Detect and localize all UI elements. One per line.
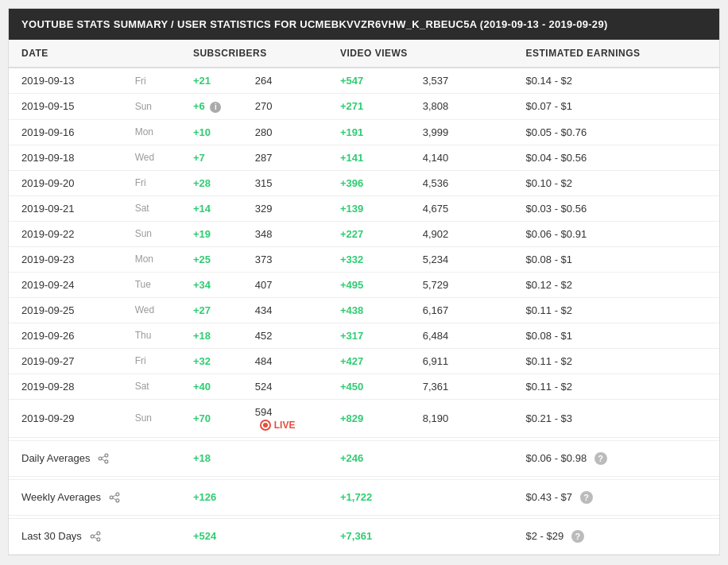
- summary-earnings: $2 - $29 ?: [513, 518, 720, 554]
- date-cell: 2019-09-21: [9, 195, 122, 221]
- earnings-cell: $0.11 - $2: [513, 373, 720, 399]
- views-delta-cell: +438: [327, 297, 410, 323]
- sub-delta-cell: +25: [180, 246, 242, 272]
- sub-total-cell: 348: [242, 221, 327, 246]
- views-total-cell: 5,234: [410, 246, 513, 272]
- views-delta-cell: +139: [327, 195, 410, 221]
- table-row: 2019-09-24 Tue +34 407 +495 5,729 $0.12 …: [9, 272, 719, 297]
- sub-delta-value: +28: [193, 177, 211, 189]
- views-total-cell: 6,167: [410, 297, 513, 323]
- date-cell: 2019-09-24: [9, 272, 122, 297]
- date-cell: 2019-09-23: [9, 246, 122, 272]
- col-header-date: DATE: [9, 40, 180, 68]
- col-header-video-views: VIDEO VIEWS: [327, 40, 513, 68]
- table-row: 2019-09-27 Fri +32 484 +427 6,911 $0.11 …: [9, 348, 719, 373]
- sub-delta-value: +32: [193, 355, 211, 367]
- date-cell: 2019-09-20: [9, 170, 122, 195]
- views-delta-cell: +191: [327, 119, 410, 145]
- table-row: 2019-09-13 Fri +21 264 +547 3,537 $0.14 …: [9, 68, 719, 94]
- sub-total-cell: 434: [242, 297, 327, 323]
- views-delta-cell: +396: [327, 170, 410, 195]
- summary-sub-value: +524: [193, 530, 216, 542]
- day-cell: Sun: [122, 399, 180, 437]
- views-delta-value: +495: [340, 279, 363, 291]
- sub-delta-cell: +70: [180, 399, 242, 437]
- date-cell: 2019-09-28: [9, 373, 122, 399]
- views-delta-value: +450: [340, 381, 363, 393]
- date-cell: 2019-09-25: [9, 297, 122, 323]
- svg-point-5: [116, 493, 119, 496]
- page-header: YOUTUBE STATS SUMMARY / USER STATISTICS …: [9, 9, 719, 40]
- stats-table: DATE SUBSCRIBERS VIDEO VIEWS ESTIMATED E…: [9, 40, 719, 555]
- views-total-cell: 4,536: [410, 170, 513, 195]
- sub-delta-value: +6: [193, 100, 205, 112]
- sub-delta-value: +14: [193, 203, 211, 215]
- views-delta-cell: +141: [327, 145, 410, 170]
- share-icon[interactable]: [109, 492, 120, 503]
- question-icon[interactable]: ?: [580, 491, 593, 504]
- live-badge: LIVE: [260, 420, 296, 431]
- summary-earnings: $0.43 - $7 ?: [513, 479, 720, 515]
- summary-sub-delta: +524: [180, 518, 327, 554]
- question-icon[interactable]: ?: [594, 452, 607, 465]
- views-delta-value: +271: [340, 100, 363, 112]
- table-row: 2019-09-18 Wed +7 287 +141 4,140 $0.04 -…: [9, 145, 719, 170]
- sub-total-cell: 270: [242, 94, 327, 120]
- views-delta-value: +438: [340, 304, 363, 316]
- earnings-cell: $0.08 - $1: [513, 323, 720, 348]
- sub-total-cell: 524: [242, 373, 327, 399]
- views-delta-value: +427: [340, 355, 363, 367]
- question-icon[interactable]: ?: [571, 530, 584, 543]
- summary-label: Daily Averages: [9, 440, 180, 476]
- sub-delta-cell: +32: [180, 348, 242, 373]
- share-icon[interactable]: [98, 453, 109, 464]
- sub-delta-value: +18: [193, 330, 211, 342]
- sub-total-cell: 287: [242, 145, 327, 170]
- sub-delta-value: +34: [193, 279, 211, 291]
- table-header-row: DATE SUBSCRIBERS VIDEO VIEWS ESTIMATED E…: [9, 40, 719, 68]
- svg-point-1: [105, 460, 108, 463]
- summary-views-delta: +246: [327, 440, 513, 476]
- views-total-cell: 3,808: [410, 94, 513, 120]
- earnings-cell: $0.12 - $2: [513, 272, 720, 297]
- views-delta-value: +191: [340, 126, 363, 138]
- date-cell: 2019-09-16: [9, 119, 122, 145]
- sub-delta-value: +7: [193, 152, 205, 164]
- views-delta-value: +547: [340, 75, 363, 87]
- summary-earnings: $0.06 - $0.98 ?: [513, 440, 720, 476]
- date-cell: 2019-09-15: [9, 94, 122, 120]
- day-cell: Sun: [122, 94, 180, 120]
- views-delta-cell: +495: [327, 272, 410, 297]
- info-icon[interactable]: i: [210, 102, 221, 113]
- table-row: 2019-09-23 Mon +25 373 +332 5,234 $0.08 …: [9, 246, 719, 272]
- day-cell: Fri: [122, 348, 180, 373]
- svg-point-0: [105, 454, 108, 457]
- summary-row-last_30_days: Last 30 Days +524 +7,361 $2 - $29 ?: [9, 518, 719, 554]
- summary-label: Weekly Averages: [9, 479, 180, 515]
- summary-views-value: +1,722: [340, 491, 372, 503]
- date-cell: 2019-09-26: [9, 323, 122, 348]
- sub-delta-cell: +7: [180, 145, 242, 170]
- svg-line-14: [93, 537, 96, 539]
- day-cell: Mon: [122, 119, 180, 145]
- views-delta-value: +227: [340, 228, 363, 240]
- table-row: 2019-09-21 Sat +14 329 +139 4,675 $0.03 …: [9, 195, 719, 221]
- sub-delta-cell: +28: [180, 170, 242, 195]
- views-total-cell: 5,729: [410, 272, 513, 297]
- summary-sub-value: +18: [193, 452, 211, 464]
- views-delta-cell: +450: [327, 373, 410, 399]
- share-icon[interactable]: [90, 531, 101, 542]
- sub-delta-cell: +40: [180, 373, 242, 399]
- date-cell: 2019-09-13: [9, 68, 122, 94]
- earnings-cell: $0.05 - $0.76: [513, 119, 720, 145]
- earnings-cell: $0.07 - $1: [513, 94, 720, 120]
- svg-point-10: [96, 532, 99, 535]
- views-total-cell: 6,911: [410, 348, 513, 373]
- summary-row-weekly_averages: Weekly Averages +126 +1,722 $0.43 - $7 ?: [9, 479, 719, 515]
- sub-delta-cell: +27: [180, 297, 242, 323]
- date-cell: 2019-09-29: [9, 399, 122, 437]
- earnings-cell: $0.14 - $2: [513, 68, 720, 94]
- views-delta-cell: +547: [327, 68, 410, 94]
- views-total-cell: 4,675: [410, 195, 513, 221]
- sub-total-cell: 264: [242, 68, 327, 94]
